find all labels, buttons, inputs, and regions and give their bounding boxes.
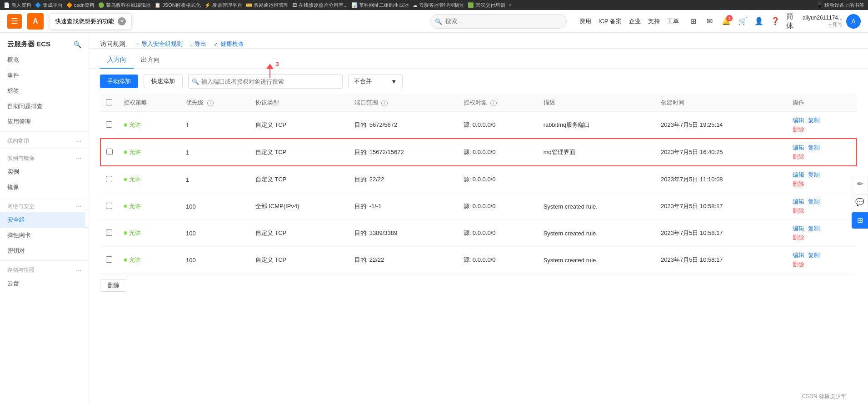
target-info-icon[interactable]: i [490,100,497,106]
health-check-button[interactable]: ✓ 健康检查 [214,40,244,48]
sidebar-item-eni[interactable]: 弹性网卡 [0,228,89,243]
sidebar-item-overview[interactable]: 概览 [0,52,89,68]
header-search-input[interactable] [430,14,567,29]
edit-button-3[interactable]: 编辑 [793,198,804,206]
sidebar-item-clouddisk[interactable]: 云盘 [0,276,89,291]
bookmark-qrcode[interactable]: 📊 草料网址二维码生成器 [351,2,409,9]
delete-button-5[interactable]: 删除 [793,260,851,269]
delete-button-3[interactable]: 删除 [793,207,851,215]
user-circle-icon[interactable]: 👤 [753,16,764,27]
row-checkbox-2[interactable] [106,176,112,182]
user-profile[interactable]: aliyun2611174... 主账号 A [803,14,861,29]
menu-button[interactable]: ☰ [7,14,22,29]
edit-button-2[interactable]: 编辑 [793,171,804,179]
delete-button-4[interactable]: 删除 [793,234,851,242]
chat-float-button[interactable]: 💬 [852,194,868,210]
bulk-delete-button[interactable]: 删除 [100,279,127,292]
search-wrap: 🔍 [430,14,567,29]
row-target: 源: 0.0.0.0/0 [458,247,538,274]
bookmark-integration[interactable]: 🔷 集成平台 [35,2,63,9]
grid-float-button[interactable]: ⊞ [852,212,868,229]
bookmark-ticket[interactable]: 🎫 票易通运维管理 [246,2,289,9]
bookmark-csdn[interactable]: 🔶 csdn资料 [66,2,95,9]
row-checkbox-5[interactable] [106,256,112,263]
row-checkbox-0[interactable] [106,121,112,128]
sidebar-item-keypair[interactable]: 密钥对 [0,243,89,259]
bookmark-photo[interactable]: 🖼 在线修改照片分辨率... [292,2,348,9]
nav-order[interactable]: 工单 [667,17,679,25]
col-time: 创建时间 [655,94,787,112]
copy-button-1[interactable]: 复制 [808,144,820,152]
table-row: 允许 100 全部 ICMP(IPv4) 目的: -1/-1 源: 0.0.0.… [100,193,857,220]
bookmark-icon: ☁ [413,2,418,8]
sidebar-item-tags[interactable]: 标签 [0,83,89,99]
edit-button-1[interactable]: 编辑 [793,144,804,152]
edit-button-5[interactable]: 编辑 [793,251,804,259]
tab-outbound[interactable]: 出方向 [134,52,167,69]
select-all-checkbox[interactable] [106,99,112,105]
copy-button-2[interactable]: 复制 [808,171,820,179]
bookmark-invoice[interactable]: ⚡ 发票管理平台 [205,2,242,9]
bookmark-json[interactable]: 📋 JSON解析格式化 [155,2,200,9]
row-target: 源: 0.0.0.0/0 [458,166,538,193]
quick-add-button[interactable]: 快速添加 [144,75,183,88]
sidebar-item-troubleshoot[interactable]: 自助问题排查 [0,99,89,114]
row-description: rabbitmq服务端口 [538,112,655,139]
row-checkbox-3[interactable] [106,203,112,209]
delete-button-0[interactable]: 删除 [793,125,851,134]
sidebar-item-troubleshoot-wrap: 自助问题排查 [0,99,89,114]
rule-search-input[interactable] [188,74,343,89]
sidebar-item-image[interactable]: 镜像 [0,180,89,195]
import-rules-button[interactable]: ↑ 导入安全组规则 [136,40,183,48]
question-icon[interactable]: ❓ [770,16,781,27]
sidebar-item-appmanage[interactable]: 应用管理 [0,114,89,130]
nav-icp[interactable]: ICP 备案 [599,17,622,25]
row-checkbox-1[interactable] [106,149,113,155]
sidebar-section-instance-more[interactable]: ⋯ [76,155,81,162]
bookmark-new-user[interactable]: 📄 新人资料 [4,2,31,9]
nav-cost[interactable]: 费用 [579,17,591,25]
bookmark-mobile[interactable]: 📱 移动设备上的书签 [817,2,864,9]
popup-close-button[interactable]: ✕ [118,17,126,25]
row-checkbox-4[interactable] [106,229,112,236]
sidebar-section-network-more[interactable]: ⋯ [76,204,81,210]
bookmark-more[interactable]: » [509,2,512,8]
priority-info-icon[interactable]: i [207,100,214,106]
copy-button-0[interactable]: 复制 [808,116,820,125]
mail-icon[interactable]: ✉ [704,16,715,27]
edit-button-0[interactable]: 编辑 [793,116,804,125]
language-icon[interactable]: 简体 [786,16,797,27]
copy-button-4[interactable]: 复制 [808,224,820,233]
bell-icon[interactable]: 🔔 1 [721,16,732,27]
sidebar-collapse-button[interactable]: ‹ [85,209,89,228]
sidebar-search-icon[interactable]: 🔍 [74,41,81,48]
export-button[interactable]: ↓ 导出 [190,40,207,48]
manual-add-button[interactable]: 手动添加 [100,75,138,88]
logo: A [27,13,44,30]
cart-icon[interactable]: 🛒 [737,16,748,27]
sidebar-item-events[interactable]: 事件 [0,68,89,83]
row-actions: 编辑 复制 删除 [787,247,857,274]
status-dot [124,123,127,127]
copy-button-5[interactable]: 复制 [808,251,820,259]
row-description: System created rule. [538,193,655,220]
sidebar-section-more-icon[interactable]: ⋯ [76,138,81,145]
sidebar-item-securitygroup[interactable]: 安全组 [0,212,89,228]
table-row: 允许 1 自定义 TCP 目的: 15672/15672 源: 0.0.0.0/… [100,139,857,166]
sidebar-item-instance[interactable]: 实例 [0,164,89,180]
bookmark-cainiao[interactable]: 🟢 菜鸟教程在线编辑器 [98,2,151,9]
delete-button-1[interactable]: 删除 [793,153,851,161]
nav-support[interactable]: 支持 [648,17,660,25]
merge-filter-select[interactable]: 不合并 ▼ [348,75,403,88]
nav-enterprise[interactable]: 企业 [629,17,641,25]
copy-button-3[interactable]: 复制 [808,198,820,206]
bookmark-wuhan[interactable]: 🟩 武汉交付培训 [468,2,505,9]
port-info-icon[interactable]: i [381,100,388,106]
edit-float-button[interactable]: ✏ [852,176,868,192]
bookmark-cloud[interactable]: ☁ 云服务器管理控制台 [413,2,464,9]
edit-button-4[interactable]: 编辑 [793,224,804,233]
sidebar-section-storage-more[interactable]: ⋯ [76,267,81,274]
tab-inbound[interactable]: 入方向 [100,52,134,69]
grid-icon[interactable]: ⊞ [688,16,699,27]
delete-button-2[interactable]: 删除 [793,180,851,188]
